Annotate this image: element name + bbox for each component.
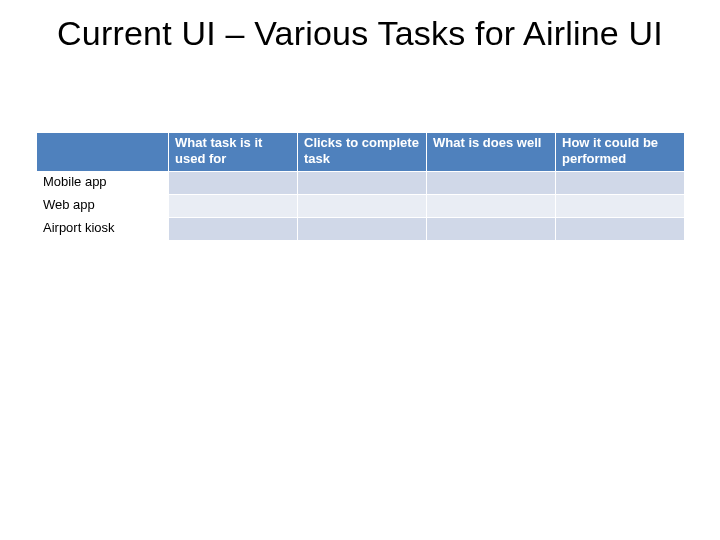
cell [556,218,685,241]
table-header-well: What is does well [427,133,556,172]
table-header-empty [37,133,169,172]
table-header-clicks: Clicks to complete task [298,133,427,172]
table-header-row: What task is it used for Clicks to compl… [37,133,685,172]
cell [556,195,685,218]
row-label-kiosk: Airport kiosk [37,218,169,241]
cell [169,218,298,241]
row-label-web: Web app [37,195,169,218]
table-row: Airport kiosk [37,218,685,241]
cell [427,172,556,195]
slide-title: Current UI – Various Tasks for Airline U… [0,0,720,53]
cell [298,195,427,218]
cell [169,195,298,218]
cell [556,172,685,195]
row-label-mobile: Mobile app [37,172,169,195]
tasks-table: What task is it used for Clicks to compl… [36,132,685,241]
table-row: Mobile app [37,172,685,195]
slide: Current UI – Various Tasks for Airline U… [0,0,720,540]
cell [298,172,427,195]
table-header-task: What task is it used for [169,133,298,172]
table-header-improve: How it could be performed [556,133,685,172]
tasks-table-wrap: What task is it used for Clicks to compl… [36,132,684,241]
cell [298,218,427,241]
cell [427,195,556,218]
cell [427,218,556,241]
table-row: Web app [37,195,685,218]
cell [169,172,298,195]
